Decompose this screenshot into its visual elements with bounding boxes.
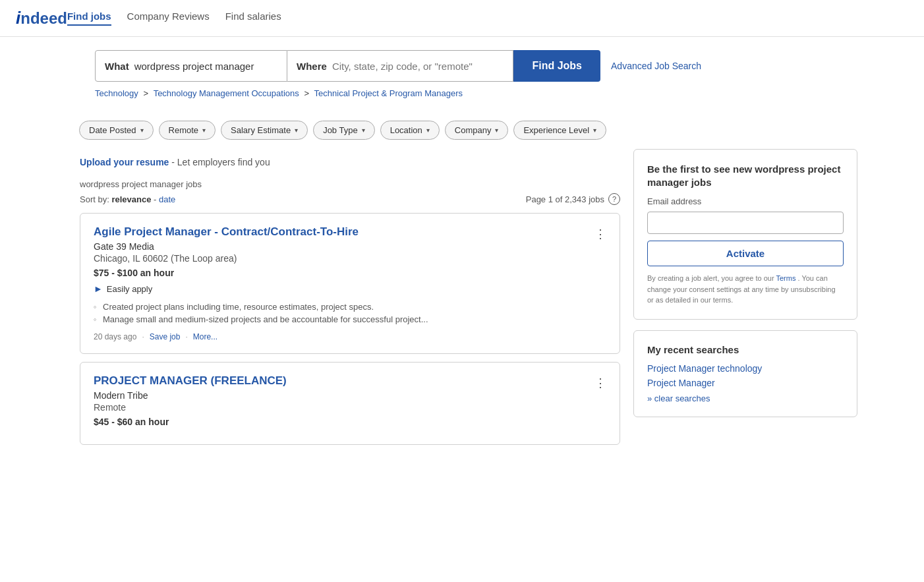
sort-separator: - — [154, 194, 159, 204]
recent-search-item[interactable]: Project Manager technology — [647, 363, 844, 374]
easily-apply: ► Easily apply — [94, 283, 606, 294]
results-query-text: wordpress project manager jobs — [80, 179, 620, 189]
where-field: Where — [287, 50, 513, 82]
job-location: Chicago, IL 60602 (The Loop area) — [94, 253, 606, 264]
save-job-link[interactable]: Save job — [150, 332, 181, 341]
info-icon[interactable]: ? — [608, 193, 620, 205]
sort-relevance: relevance — [111, 194, 151, 204]
terms-text: By creating a job alert, you agree to ou… — [647, 273, 844, 306]
email-input[interactable] — [647, 212, 844, 234]
job-salary: $75 - $100 an hour — [94, 268, 606, 278]
chevron-down-icon: ▾ — [202, 127, 206, 134]
upload-resume-link[interactable]: Upload your resume — [80, 157, 169, 167]
filter-remote[interactable]: Remote ▾ — [159, 121, 216, 140]
filter-date-posted-label: Date Posted — [89, 125, 136, 135]
filters-bar: Date Posted ▾ Remote ▾ Salary Estimate ▾… — [63, 111, 924, 149]
find-jobs-button[interactable]: Find Jobs — [513, 50, 600, 82]
where-input[interactable] — [332, 61, 504, 72]
search-section: What Where Find Jobs Advanced Job Search… — [0, 37, 924, 111]
logo-text: i — [16, 8, 20, 28]
what-input[interactable] — [134, 61, 277, 72]
what-field: What — [95, 50, 287, 82]
apply-arrow-icon: ► — [94, 283, 103, 294]
filter-date-posted[interactable]: Date Posted ▾ — [79, 121, 154, 140]
filter-salary-label: Salary Estimate — [231, 125, 291, 135]
more-link[interactable]: More... — [193, 332, 217, 341]
job-alert-box: Be the first to see new wordpress projec… — [633, 149, 857, 320]
job-title[interactable]: PROJECT MANAGER (FREELANCE) — [94, 374, 606, 388]
breadcrumb-separator-1: > — [143, 88, 150, 98]
page-info: Page 1 of 2,343 jobs ? — [526, 193, 620, 205]
what-label: What — [105, 61, 129, 72]
header: i ndeed Find jobs Company Reviews Find s… — [0, 0, 924, 37]
filter-remote-label: Remote — [169, 125, 199, 135]
chevron-down-icon: ▾ — [495, 127, 498, 134]
logo: i ndeed — [16, 8, 67, 28]
job-title[interactable]: Agile Project Manager - Contract/Contrac… — [94, 225, 606, 239]
filter-location[interactable]: Location ▾ — [380, 121, 440, 140]
filter-company[interactable]: Company ▾ — [445, 121, 509, 140]
alert-box-title: Be the first to see new wordpress projec… — [647, 163, 844, 189]
chevron-down-icon: ▾ — [362, 127, 365, 134]
job-meta: 20 days ago · Save job · More... — [94, 332, 606, 341]
filter-location-label: Location — [390, 125, 422, 135]
job-bullet: Created project plans including time, re… — [94, 301, 606, 313]
email-label: Email address — [647, 196, 844, 206]
nav-company-reviews[interactable]: Company Reviews — [127, 11, 210, 26]
filter-job-type-label: Job Type — [323, 125, 358, 135]
company-name: Modern Tribe — [94, 390, 606, 401]
activate-button[interactable]: Activate — [647, 241, 844, 266]
main-content: Upload your resume - Let employers find … — [1, 149, 923, 469]
nav: Find jobs Company Reviews Find salaries — [67, 11, 281, 26]
meta-dot: · — [142, 332, 144, 341]
chevron-down-icon: ▾ — [593, 127, 596, 134]
filter-salary-estimate[interactable]: Salary Estimate ▾ — [221, 121, 308, 140]
nav-find-salaries[interactable]: Find salaries — [225, 11, 281, 26]
job-card: ⋮ PROJECT MANAGER (FREELANCE) Modern Tri… — [80, 362, 620, 445]
upload-banner-text: - Let employers find you — [169, 157, 270, 167]
meta-dot: · — [185, 332, 187, 341]
more-options-icon[interactable]: ⋮ — [592, 224, 609, 244]
job-bullet: Manage small and medium-sized projects a… — [94, 313, 606, 326]
filter-job-type[interactable]: Job Type ▾ — [313, 121, 375, 140]
job-card: ⋮ Agile Project Manager - Contract/Contr… — [80, 213, 620, 354]
job-bullets: Created project plans including time, re… — [94, 301, 606, 326]
terms-prefix: By creating a job alert, you agree to ou… — [647, 274, 774, 282]
clear-searches-link[interactable]: » clear searches — [647, 393, 844, 403]
breadcrumb-separator-2: > — [304, 88, 311, 98]
filter-experience-label: Experience Level — [523, 125, 589, 135]
sidebar: Be the first to see new wordpress projec… — [633, 149, 857, 453]
upload-banner: Upload your resume - Let employers find … — [80, 149, 620, 173]
posted-date: 20 days ago — [94, 332, 136, 341]
recent-search-item[interactable]: Project Manager — [647, 378, 844, 388]
filter-company-label: Company — [455, 125, 492, 135]
breadcrumb: Technology > Technology Management Occup… — [95, 88, 622, 98]
chevron-down-icon: ▾ — [426, 127, 430, 134]
easily-apply-text: Easily apply — [107, 284, 152, 294]
sort-options: Sort by: relevance - date — [80, 194, 175, 204]
breadcrumb-technical-project[interactable]: Technical Project & Program Managers — [314, 88, 463, 98]
sort-date-link[interactable]: date — [159, 194, 175, 204]
sort-label: Sort by: — [80, 194, 109, 204]
search-bar: What Where Find Jobs Advanced Job Search — [95, 50, 701, 82]
company-name: Gate 39 Media — [94, 241, 606, 252]
logo-text-rest: ndeed — [20, 9, 67, 28]
job-salary: $45 - $60 an hour — [94, 417, 606, 427]
chevron-down-icon: ▾ — [295, 127, 298, 134]
recent-searches-title: My recent searches — [647, 344, 844, 355]
filter-experience-level[interactable]: Experience Level ▾ — [513, 121, 606, 140]
where-label: Where — [297, 61, 327, 72]
nav-find-jobs[interactable]: Find jobs — [67, 11, 111, 26]
breadcrumb-technology[interactable]: Technology — [95, 88, 138, 98]
page-info-text: Page 1 of 2,343 jobs — [526, 194, 604, 204]
recent-searches-box: My recent searches Project Manager techn… — [633, 330, 857, 417]
chevron-down-icon: ▾ — [140, 127, 144, 134]
breadcrumb-technology-management[interactable]: Technology Management Occupations — [154, 88, 299, 98]
more-options-icon[interactable]: ⋮ — [592, 373, 609, 393]
results-section: Upload your resume - Let employers find … — [80, 149, 620, 453]
sort-bar: Sort by: relevance - date Page 1 of 2,34… — [80, 193, 620, 205]
terms-link[interactable]: Terms — [776, 274, 795, 282]
advanced-job-search-link[interactable]: Advanced Job Search — [611, 61, 701, 71]
job-location: Remote — [94, 402, 606, 413]
